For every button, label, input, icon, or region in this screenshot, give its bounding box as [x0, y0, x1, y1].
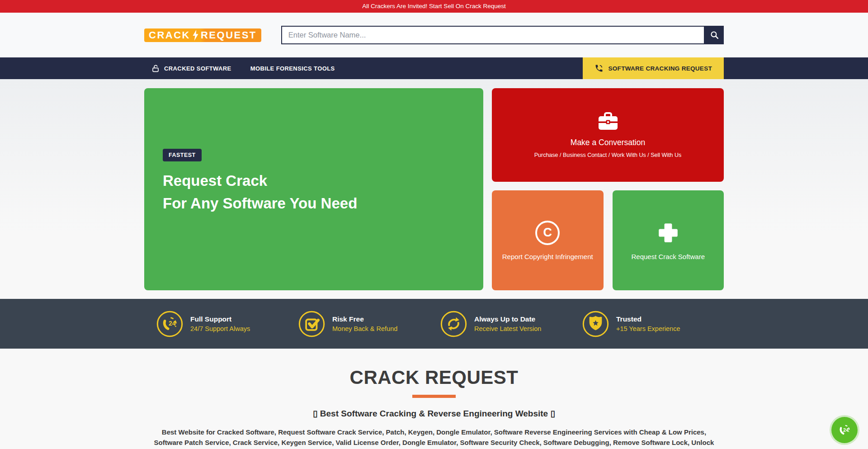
- announcement-banner: All Crackers Are Invited! Start Sell On …: [0, 0, 868, 13]
- title-divider: [412, 395, 456, 398]
- search-input[interactable]: [281, 26, 705, 44]
- lightning-bolt-icon: [193, 30, 198, 41]
- svg-text:24: 24: [843, 427, 849, 433]
- feature-title: Trusted: [616, 315, 680, 323]
- nav-item-label: CRACKED SOFTWARE: [164, 65, 231, 72]
- nav-cta-label: SOFTWARE CRACKING REQUEST: [608, 65, 712, 72]
- fastest-badge: FASTEST: [163, 149, 202, 161]
- phone-24-support-icon: 24: [835, 421, 854, 440]
- card-title: Make a Conversation: [571, 138, 645, 147]
- plus-icon: [656, 221, 680, 245]
- hero-title-line2: For Any Software You Need: [163, 196, 483, 211]
- card-title: Report Copyright Infringement: [502, 253, 593, 260]
- copyright-icon: C: [535, 221, 560, 245]
- report-copyright-card[interactable]: C Report Copyright Infringement: [492, 190, 604, 290]
- feature-title: Full Support: [190, 315, 250, 323]
- about-description: Best Website for Cracked Software, Reque…: [153, 427, 716, 449]
- feature-subtitle: 24/7 Support Always: [190, 325, 250, 332]
- search-form: [281, 26, 724, 44]
- logo[interactable]: CRACK REQUEST: [144, 28, 261, 42]
- nav-item-label: MOBILE FORENSICS TOOLS: [250, 65, 335, 72]
- about-subtitle: ▯ Best Software Cracking & Reverse Engin…: [0, 408, 868, 419]
- about-section: CRACK REQUEST ▯ Best Software Cracking &…: [0, 349, 868, 449]
- feature-subtitle: Money Back & Refund: [332, 325, 397, 332]
- logo-text-request: REQUEST: [201, 29, 257, 41]
- main-nav: CRACKED SOFTWARE MOBILE FORENSICS TOOLS …: [0, 57, 868, 79]
- announcement-text: All Crackers Are Invited! Start Sell On …: [362, 3, 505, 9]
- search-button[interactable]: [705, 26, 724, 44]
- feature-subtitle: +15 Years Experience: [616, 325, 680, 332]
- feature-title: Risk Free: [332, 315, 397, 323]
- feature-subtitle: Receive Latest Version: [474, 325, 541, 332]
- hero-banner[interactable]: FASTEST Request Crack For Any Software Y…: [144, 88, 483, 290]
- header: CRACK REQUEST: [0, 13, 868, 57]
- svg-text:24: 24: [169, 319, 176, 326]
- logo-text-crack: CRACK: [149, 29, 190, 41]
- feature-title: Always Up to Date: [474, 315, 541, 323]
- features-strip: 24 Full Support 24/7 Support Always Risk…: [0, 299, 868, 349]
- search-icon: [710, 30, 719, 40]
- refresh-icon: [440, 310, 467, 338]
- main-content: FASTEST Request Crack For Any Software Y…: [0, 79, 868, 449]
- nav-item-cracked-software[interactable]: CRACKED SOFTWARE: [151, 64, 231, 73]
- hero-title-line1: Request Crack: [163, 173, 483, 188]
- software-cracking-request-button[interactable]: SOFTWARE CRACKING REQUEST: [583, 57, 724, 79]
- open-lock-icon: [151, 64, 160, 73]
- card-subtitle: Purchase / Business Contact / Work With …: [534, 152, 682, 158]
- page-title: CRACK REQUEST: [0, 367, 868, 388]
- phone-24-icon: 24: [156, 310, 184, 338]
- card-title: Request Crack Software: [631, 253, 705, 260]
- feature-trusted: Trusted +15 Years Experience: [582, 310, 724, 338]
- badge-icon: [582, 310, 609, 338]
- checkbox-icon: [298, 310, 326, 338]
- feature-risk-free: Risk Free Money Back & Refund: [298, 310, 440, 338]
- support-chat-button[interactable]: 24: [831, 417, 858, 443]
- request-crack-software-card[interactable]: Request Crack Software: [613, 190, 724, 290]
- briefcase-icon: [597, 112, 619, 131]
- nav-item-mobile-forensics-tools[interactable]: MOBILE FORENSICS TOOLS: [250, 65, 335, 72]
- feature-up-to-date: Always Up to Date Receive Latest Version: [440, 310, 582, 338]
- make-a-conversation-card[interactable]: Make a Conversation Purchase / Business …: [492, 88, 724, 182]
- phone-call-icon: [594, 64, 604, 73]
- feature-full-support: 24 Full Support 24/7 Support Always: [156, 310, 298, 338]
